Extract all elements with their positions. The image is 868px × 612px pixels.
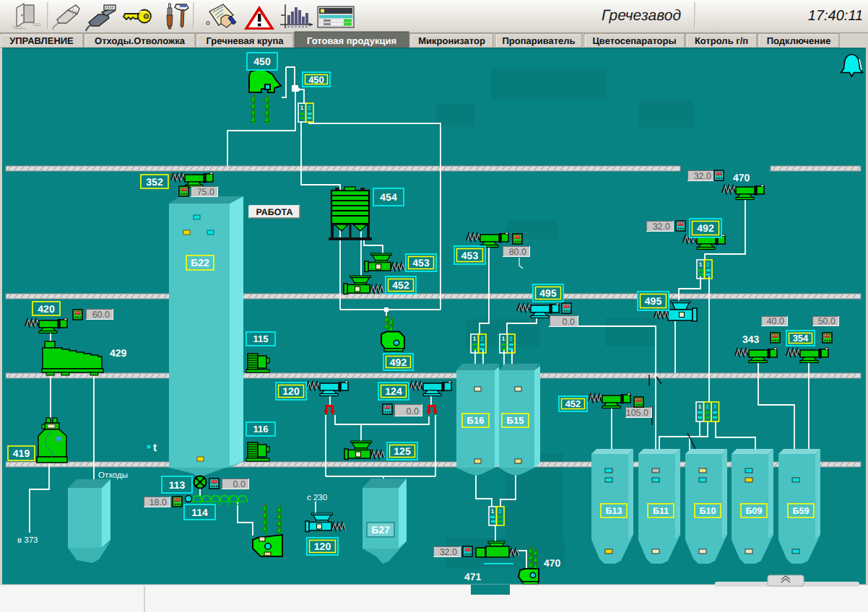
svg-text:450: 450 xyxy=(253,56,271,67)
svg-text:Гречезавод: Гречезавод xyxy=(602,7,681,24)
svg-text:Б13: Б13 xyxy=(606,506,622,516)
svg-text:Б09: Б09 xyxy=(746,506,763,516)
svg-text:с 230: с 230 xyxy=(307,494,327,502)
svg-text:0.0: 0.0 xyxy=(233,479,246,489)
svg-text:492: 492 xyxy=(390,357,407,368)
svg-text:419: 419 xyxy=(13,447,30,459)
svg-text:2: 2 xyxy=(706,403,709,410)
svg-text:471: 471 xyxy=(464,571,482,582)
svg-text:60.0: 60.0 xyxy=(92,310,110,320)
svg-text:80.0: 80.0 xyxy=(509,247,526,257)
svg-text:2: 2 xyxy=(509,336,513,342)
svg-text:1: 1 xyxy=(300,105,304,111)
svg-text:1: 1 xyxy=(473,336,477,342)
svg-text:116: 116 xyxy=(253,424,269,434)
svg-text:Подключение: Подключение xyxy=(767,35,831,46)
svg-text:453: 453 xyxy=(412,257,430,268)
svg-text:РАБОТА: РАБОТА xyxy=(256,207,293,217)
svg-text:Б59: Б59 xyxy=(793,506,810,516)
svg-text:40.0: 40.0 xyxy=(767,316,784,326)
svg-text:32.0: 32.0 xyxy=(440,547,457,557)
svg-text:343: 343 xyxy=(742,333,760,345)
svg-text:354: 354 xyxy=(793,333,809,344)
svg-text:Отходы: Отходы xyxy=(98,471,128,480)
svg-text:2: 2 xyxy=(706,261,710,268)
svg-text:420: 420 xyxy=(38,303,55,315)
svg-text:Б16: Б16 xyxy=(467,415,485,426)
svg-text:32.0: 32.0 xyxy=(653,222,670,232)
svg-text:1: 1 xyxy=(491,508,495,515)
svg-text:Отходы.Отволожка: Отходы.Отволожка xyxy=(95,35,186,46)
svg-text:Б22: Б22 xyxy=(191,257,209,268)
svg-text:УПРАВЛЕНИЕ: УПРАВЛЕНИЕ xyxy=(9,35,74,46)
svg-text:Б10: Б10 xyxy=(700,506,716,516)
svg-text:429: 429 xyxy=(110,347,127,359)
svg-text:50.0: 50.0 xyxy=(818,316,836,326)
svg-text:113: 113 xyxy=(169,479,186,491)
svg-text:352: 352 xyxy=(146,176,163,188)
svg-text:18.0: 18.0 xyxy=(149,497,167,507)
svg-text:2: 2 xyxy=(480,336,484,342)
svg-text:450: 450 xyxy=(308,74,324,85)
svg-text:120: 120 xyxy=(282,385,300,397)
svg-text:Цветосепараторы: Цветосепараторы xyxy=(592,35,676,46)
svg-text:Гречневая крупа: Гречневая крупа xyxy=(206,35,284,46)
svg-text:115: 115 xyxy=(253,333,269,344)
svg-text:17:40:11: 17:40:11 xyxy=(808,8,863,24)
svg-text:1: 1 xyxy=(699,261,703,268)
svg-text:452: 452 xyxy=(565,398,581,409)
svg-text:3: 3 xyxy=(713,403,717,410)
svg-text:495: 495 xyxy=(539,287,557,299)
svg-text:114: 114 xyxy=(191,507,208,518)
svg-text:2: 2 xyxy=(498,508,502,515)
svg-text:32.0: 32.0 xyxy=(694,171,711,181)
svg-text:470: 470 xyxy=(733,172,750,183)
svg-text:124: 124 xyxy=(385,385,402,397)
svg-text:105.0: 105.0 xyxy=(626,408,648,418)
svg-text:125: 125 xyxy=(394,445,411,457)
svg-text:Пропариватель: Пропариватель xyxy=(502,35,575,46)
svg-text:454: 454 xyxy=(380,191,397,203)
svg-text:2: 2 xyxy=(308,105,311,111)
svg-text:1: 1 xyxy=(502,336,505,342)
svg-text:Готовая продукция: Готовая продукция xyxy=(307,35,396,46)
svg-text:0.0: 0.0 xyxy=(407,406,419,416)
svg-text:470: 470 xyxy=(544,557,561,569)
svg-text:Микронизатор: Микронизатор xyxy=(418,35,485,46)
svg-text:в 373: в 373 xyxy=(17,536,38,545)
svg-text:452: 452 xyxy=(392,279,409,291)
svg-text:t: t xyxy=(153,442,157,454)
svg-text:492: 492 xyxy=(697,222,714,234)
svg-text:75.0: 75.0 xyxy=(197,187,214,197)
svg-text:Б15: Б15 xyxy=(507,415,524,426)
svg-text:495: 495 xyxy=(645,295,662,307)
svg-text:0.0: 0.0 xyxy=(563,317,575,327)
svg-text:Б27: Б27 xyxy=(371,524,390,536)
svg-text:Котроль г/п: Котроль г/п xyxy=(695,35,748,46)
svg-text:1: 1 xyxy=(698,403,702,410)
svg-text:Б11: Б11 xyxy=(653,506,669,516)
svg-text:453: 453 xyxy=(461,250,479,261)
svg-text:120: 120 xyxy=(314,541,331,552)
